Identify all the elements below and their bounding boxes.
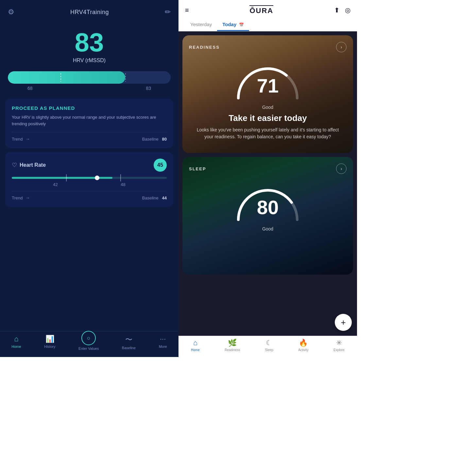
right-explore-label: Explore [333,348,345,352]
left-bottom-nav: ⌂ Home 📊 History ○ Enter Values 〜 Baseli… [0,331,178,357]
readiness-header-row: READINESS › [189,42,347,52]
hr-header: ♡ Heart Rate 45 [12,159,167,172]
hr-range-high: 48 [121,182,125,187]
hr-baseline-section: Baseline 44 [142,196,167,200]
readiness-score: 71 [257,76,279,96]
oura-panel: ≡ ŌURA ⬆ ◎ Yesterday Today 📅 READINESS › [178,0,357,357]
menu-icon[interactable]: ≡ [185,7,189,14]
camera-icon[interactable]: ◎ [345,6,350,14]
right-home-label: Home [191,348,200,352]
hr-baseline-label: Baseline [142,196,159,200]
fab-button[interactable]: + [335,314,352,331]
sleep-content: SLEEP › 80 Good [182,157,353,241]
settings-icon[interactable]: ⚙ [8,8,14,16]
sleep-section-label: SLEEP [189,166,206,171]
edit-icon[interactable]: ✏ [165,8,171,16]
tab-yesterday[interactable]: Yesterday [185,19,217,31]
right-explore-icon: ✳ [336,339,342,347]
enter-values-circle-icon: ○ [81,331,96,345]
hr-value-badge: 45 [154,159,167,172]
nav-more[interactable]: ··· More [159,335,167,350]
right-header: ≡ ŌURA ⬆ ◎ [178,0,357,19]
right-nav-sleep[interactable]: ☾ Sleep [265,339,273,352]
share-icon[interactable]: ⬆ [334,6,340,14]
nav-enter-values[interactable]: ○ Enter Values [78,335,99,350]
hrv-number: 83 [75,29,104,56]
hrv-label: HRV (rMSSD) [73,58,106,63]
hr-thumb [95,176,99,180]
tab-today[interactable]: Today 📅 [217,19,249,31]
right-activity-icon: 🔥 [299,339,308,347]
hr-footer: Trend → Baseline 44 [12,191,167,200]
progress-bar-section: 68 83 [0,66,178,94]
readiness-main-title: Take it easier today [229,113,307,123]
nav-home-label: Home [11,345,21,348]
right-nav-explore[interactable]: ✳ Explore [333,339,345,352]
nav-baseline[interactable]: 〜 Baseline [122,335,136,350]
readiness-section-label: READINESS [189,45,220,50]
hr-slider[interactable] [12,177,167,179]
trend-arrow-icon: → [25,136,30,142]
right-nav-readiness[interactable]: 🌿 Readiness [225,339,240,352]
nav-enter-label: Enter Values [78,347,99,350]
tab-today-label: Today [222,22,236,27]
baseline-value: 80 [162,137,167,142]
left-header: ⚙ HRV4Training ✏ [0,0,178,22]
nav-home[interactable]: ⌂ Home [11,335,21,350]
hr-range-low: 42 [53,182,58,187]
hr-tick-high [120,174,121,181]
nav-history-label: History [44,345,55,348]
oura-logo: ŌURA [249,5,273,15]
readiness-next-arrow[interactable]: › [336,42,347,52]
sleep-next-arrow[interactable]: › [336,163,347,174]
sleep-score: 80 [257,198,279,217]
cards-container: READINESS › 71 Good Take it easier today… [178,31,357,336]
progress-bar-fill [8,71,125,84]
baseline-section: Baseline 80 [142,137,167,142]
right-home-icon: ⌂ [193,339,197,347]
hrv-progress-bar [8,71,171,84]
rec-footer: Trend → Baseline 80 [12,132,167,142]
hrv-training-panel: ⚙ HRV4Training ✏ 83 HRV (rMSSD) 68 83 PR… [0,0,178,357]
readiness-content: READINESS › 71 Good Take it easier today… [182,35,353,147]
readiness-description: Looks like you've been pushing yourself … [189,127,347,140]
hrv-value-section: 83 HRV (rMSSD) [0,22,178,66]
progress-labels: 68 83 [8,84,171,91]
hr-trend-section: Trend → [12,195,30,200]
right-activity-label: Activity [298,348,309,352]
sleep-gauge: 80 [232,180,304,223]
heart-rate-card: ♡ Heart Rate 45 42 48 Trend → Baseline [5,152,173,207]
hr-title-group: ♡ Heart Rate [12,162,46,169]
hr-title: Heart Rate [20,162,46,168]
baseline-label: Baseline [142,137,159,142]
dashed-marker-2 [125,73,126,82]
sleep-status: Good [262,226,273,231]
calendar-icon: 📅 [239,23,244,27]
sleep-card: SLEEP › 80 Good [182,157,353,275]
home-icon: ⌂ [14,335,18,343]
oura-logo-text: ŌURA [249,5,273,15]
right-bottom-nav: ⌂ Home 🌿 Readiness ☾ Sleep 🔥 Activity ✳ … [178,336,357,357]
hr-trend-arrow-icon: → [25,195,30,200]
nav-history[interactable]: 📊 History [44,335,55,350]
app-title: HRV4Training [70,9,109,16]
hr-baseline-value: 44 [162,196,167,200]
readiness-card: READINESS › 71 Good Take it easier today… [182,35,353,153]
more-dots-icon: ··· [160,335,166,343]
hr-track [12,177,167,179]
baseline-icon: 〜 [125,335,132,345]
right-nav-activity[interactable]: 🔥 Activity [298,339,309,352]
rec-title: PROCEED AS PLANNED [12,105,167,111]
tab-bar: Yesterday Today 📅 [178,19,357,31]
readiness-gauge: 71 [232,59,304,101]
right-sleep-icon: ☾ [266,339,272,347]
progress-high-label: 83 [146,86,151,91]
recommendation-card: PROCEED AS PLANNED Your HRV is slightly … [5,99,173,148]
hr-trend-label: Trend [12,196,23,200]
right-nav-home[interactable]: ⌂ Home [191,339,200,352]
heart-icon: ♡ [12,162,17,169]
tab-yesterday-label: Yesterday [190,22,212,27]
trend-section: Trend → [12,136,30,142]
nav-more-label: More [159,345,167,348]
right-readiness-icon: 🌿 [228,339,237,347]
